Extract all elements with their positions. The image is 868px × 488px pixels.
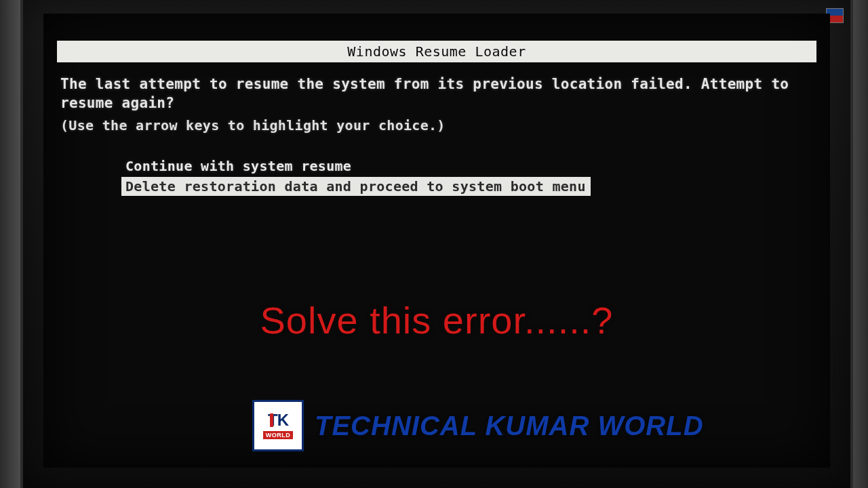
boot-options-list: Continue with system resume Delete resto… bbox=[121, 157, 816, 196]
channel-name-text: TECHNICAL KUMAR WORLD bbox=[315, 411, 704, 441]
boot-option-delete-restoration[interactable]: Delete restoration data and proceed to s… bbox=[121, 177, 591, 196]
overlay-caption-text: Solve this error......? bbox=[260, 298, 614, 342]
logo-main-text: TK bbox=[268, 412, 288, 428]
photo-edge-left bbox=[0, 0, 20, 488]
boot-error-message: The last attempt to resume the system fr… bbox=[60, 75, 813, 113]
boot-option-continue-resume[interactable]: Continue with system resume bbox=[121, 157, 591, 176]
logo-sub-text: WORLD bbox=[263, 431, 294, 439]
boot-hint-text: (Use the arrow keys to highlight your ch… bbox=[60, 117, 813, 134]
boot-title-bar: Windows Resume Loader bbox=[57, 41, 816, 62]
channel-brand: TK WORLD TECHNICAL KUMAR WORLD bbox=[252, 400, 704, 451]
monitor-frame: Windows Resume Loader The last attempt t… bbox=[20, 0, 853, 488]
channel-logo-icon: TK WORLD bbox=[252, 400, 304, 451]
